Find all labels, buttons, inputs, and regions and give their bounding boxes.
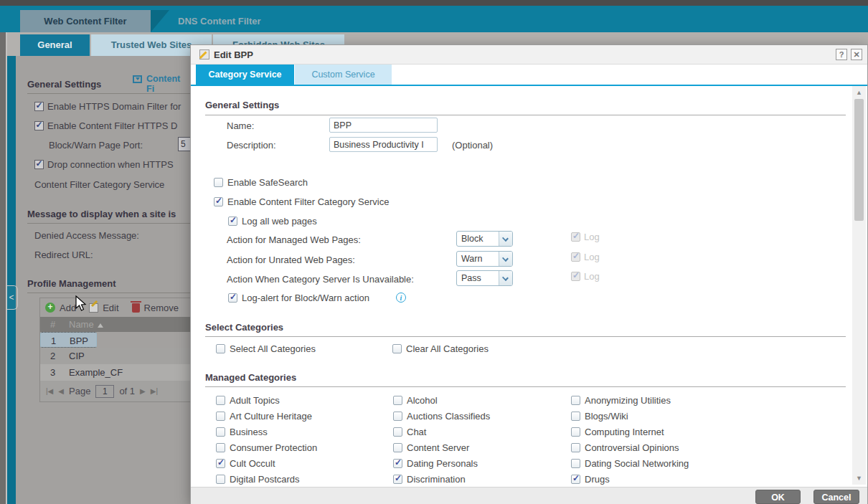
category-label: Computing Internet [585, 427, 664, 437]
category-checkbox[interactable] [216, 396, 225, 405]
category-checkbox[interactable] [393, 459, 402, 468]
category-checkbox[interactable] [216, 412, 225, 421]
edit-icon [89, 303, 98, 313]
tab-category-service[interactable]: Category Service [196, 65, 294, 85]
log-all-web-pages-checkbox[interactable] [228, 217, 237, 226]
table-row[interactable]: 2 CIP [40, 348, 190, 364]
select-all-categories-checkbox[interactable] [216, 344, 225, 353]
enable-category-service-label: Enable Content Filter Category Service [227, 196, 389, 207]
unrated-log-label: Log [584, 252, 600, 262]
name-input[interactable] [329, 118, 438, 133]
category-checkbox[interactable] [571, 427, 580, 437]
category-checkbox[interactable] [393, 443, 402, 452]
content-filter-icon [133, 75, 142, 83]
close-icon[interactable]: ✕ [851, 49, 862, 60]
ok-button[interactable]: OK [755, 490, 801, 504]
category-label: Alcohol [407, 395, 438, 406]
category-checkbox[interactable] [216, 443, 225, 452]
category-label: Cult Occult [230, 458, 275, 469]
page-label: Page [69, 386, 90, 396]
category-checkbox[interactable] [393, 412, 402, 421]
category-label: Dating Social Networking [585, 458, 689, 469]
enable-safesearch-label: Enable SafeSearch [227, 177, 308, 188]
enable-safesearch-checkbox[interactable] [214, 178, 223, 187]
bg-general-settings-title: General Settings [27, 79, 101, 90]
clear-all-categories-checkbox[interactable] [392, 344, 402, 353]
scroll-down-icon[interactable]: ▼ [852, 472, 866, 484]
drop-connection-checkbox[interactable] [34, 160, 44, 169]
category-checkbox[interactable] [571, 412, 580, 421]
section-rule [27, 223, 190, 224]
section-rule [205, 386, 846, 387]
general-settings-title: General Settings [205, 100, 279, 110]
dialog-titlebar[interactable]: Edit BPP [191, 45, 867, 65]
tab-custom-service[interactable]: Custom Service [295, 65, 392, 85]
https-domain-filter-checkbox[interactable] [34, 102, 44, 111]
category-label: Auctions Classifieds [407, 411, 490, 422]
last-page-icon[interactable]: ▶| [151, 387, 158, 395]
tab-dns-content-filter[interactable]: DNS Content Filter [178, 10, 336, 32]
prev-page-icon[interactable]: ◀ [58, 387, 64, 395]
category-label: Consumer Protection [230, 442, 317, 453]
column-number[interactable]: # [40, 317, 69, 332]
category-checkbox[interactable] [216, 459, 225, 468]
dialog-tab-row: Category Service Custom Service [191, 65, 867, 85]
table-row[interactable]: 3 Example_CF [40, 364, 190, 381]
category-checkbox[interactable] [571, 459, 580, 468]
category-checkbox[interactable] [393, 427, 402, 437]
chevron-down-icon[interactable] [499, 271, 512, 285]
edit-pencil-icon [199, 49, 209, 60]
action-unavailable-select[interactable]: Pass [456, 270, 513, 286]
tab-web-content-filter[interactable]: Web Content Filter [20, 10, 151, 32]
category-checkbox[interactable] [571, 475, 580, 484]
select-value: Block [457, 232, 499, 246]
first-page-icon[interactable]: |◀ [46, 387, 53, 395]
remove-button[interactable]: Remove [144, 303, 179, 313]
enable-category-service-checkbox[interactable] [214, 197, 223, 206]
action-unavailable-label: Action When Category Server Is Unavailab… [227, 274, 414, 285]
info-icon[interactable]: i [396, 293, 406, 303]
subtab-general[interactable]: General [20, 34, 90, 56]
log-alert-checkbox[interactable] [228, 293, 237, 303]
content-filter-https-checkbox[interactable] [34, 121, 44, 130]
category-checkbox[interactable] [571, 396, 580, 405]
description-label: Description: [227, 140, 276, 151]
scrollbar-thumb[interactable] [854, 99, 864, 221]
page-input[interactable] [95, 385, 114, 398]
mouse-cursor [75, 295, 87, 313]
select-value: Pass [457, 271, 499, 285]
chevron-down-icon[interactable] [499, 232, 512, 246]
category-checkbox[interactable] [571, 443, 580, 452]
table-row[interactable]: 1 BPP [40, 332, 97, 348]
background-page: Content Fi General Settings Enable HTTPS… [7, 56, 190, 504]
section-rule [205, 115, 846, 115]
column-name[interactable]: Name [69, 317, 190, 332]
chevron-down-icon[interactable] [499, 252, 512, 266]
description-input[interactable] [329, 137, 438, 152]
row-name: Example_CF [69, 364, 190, 381]
block-warn-port-input[interactable] [178, 137, 190, 151]
add-icon: + [45, 303, 55, 313]
category-label: Adult Topics [230, 395, 280, 406]
denied-access-label: Denied Access Message: [34, 230, 139, 241]
managed-log-label: Log [584, 232, 600, 242]
add-button[interactable]: Add [60, 303, 76, 313]
unrated-log-checkbox [571, 252, 580, 262]
edit-button[interactable]: Edit [103, 303, 118, 313]
help-icon[interactable]: ? [836, 49, 847, 60]
content-filter-link[interactable]: Content Fi [146, 74, 190, 94]
action-managed-select[interactable]: Block [456, 231, 513, 247]
category-checkbox[interactable] [216, 427, 225, 437]
section-rule [27, 293, 190, 293]
next-page-icon[interactable]: ▶ [140, 387, 146, 395]
category-label: Digital Postcards [230, 474, 300, 485]
action-unrated-select[interactable]: Warn [456, 251, 513, 267]
category-checkbox[interactable] [393, 396, 402, 405]
scroll-up-icon[interactable]: ▲ [852, 87, 866, 98]
content-filter-https-label: Enable Content Filter HTTPS D [47, 120, 177, 131]
category-checkbox[interactable] [393, 475, 402, 484]
row-number: 2 [40, 348, 69, 364]
cancel-button[interactable]: Cancel [813, 490, 859, 504]
category-label: Controversial Opinions [585, 442, 679, 453]
category-checkbox[interactable] [216, 475, 225, 484]
